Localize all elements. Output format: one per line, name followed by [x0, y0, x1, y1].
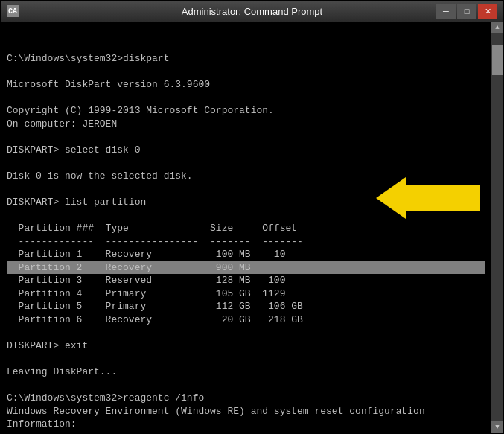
maximize-button[interactable]: □ [457, 4, 476, 19]
terminal-line: Partition 6 Recovery 20 GB 218 GB [7, 313, 485, 327]
titlebar-left: CA [7, 5, 19, 17]
terminal-line: Leaving DiskPart... [7, 366, 485, 379]
terminal-line [7, 183, 485, 197]
terminal-content[interactable]: C:\Windows\system32>diskpart Microsoft D… [1, 22, 491, 433]
terminal-line [7, 209, 485, 223]
terminal-line [7, 353, 485, 366]
terminal-line [7, 431, 485, 433]
scrollbar[interactable]: ▲ ▼ [491, 22, 503, 433]
terminal-line [7, 327, 485, 340]
terminal-line [7, 156, 485, 170]
terminal-line: Partition 2 Recovery 900 MB [7, 261, 485, 275]
titlebar: CA Administrator: Command Prompt ─ □ ✕ [1, 1, 503, 22]
terminal-wrapper: C:\Windows\system32>diskpart Microsoft D… [1, 22, 503, 433]
terminal-line: Partition 4 Primary 105 GB 1129 [7, 287, 485, 301]
terminal-line [7, 379, 485, 392]
terminal-line: Partition 1 Recovery 100 MB 10 [7, 248, 485, 261]
terminal-line [7, 92, 485, 105]
command-prompt-window: CA Administrator: Command Prompt ─ □ ✕ C… [0, 0, 504, 434]
scroll-up-arrow[interactable]: ▲ [491, 22, 503, 33]
terminal-line: DISKPART> exit [7, 339, 485, 353]
terminal-line: ------------- ---------------- ------- -… [7, 235, 485, 249]
terminal-line: Disk 0 is now the selected disk. [7, 170, 485, 183]
terminal-line: DISKPART> list partition [7, 196, 485, 209]
scrollbar-thumb[interactable] [492, 45, 503, 75]
terminal-line: Copyright (C) 1999-2013 Microsoft Corpor… [7, 104, 485, 118]
window-title: Administrator: Command Prompt [182, 6, 322, 17]
close-button[interactable]: ✕ [478, 4, 497, 19]
window-controls: ─ □ ✕ [436, 4, 497, 19]
terminal-line: Windows Recovery Environment (Windows RE… [7, 405, 485, 418]
scroll-down-arrow[interactable]: ▼ [491, 421, 503, 433]
terminal-line: C:\Windows\system32>reagentc /info [7, 392, 485, 405]
terminal-line: On computer: JEROEN [7, 118, 485, 131]
app-icon: CA [7, 5, 19, 17]
minimize-button[interactable]: ─ [436, 4, 456, 19]
terminal-line: Partition ### Type Size Offset [7, 222, 485, 235]
terminal-line: Information: [7, 418, 485, 431]
terminal-line: Partition 3 Reserved 128 MB 100 [7, 274, 485, 287]
terminal-line: Partition 5 Primary 112 GB 106 GB [7, 300, 485, 313]
terminal-line: Microsoft DiskPart version 6.3.9600 [7, 78, 485, 92]
terminal-line: DISKPART> select disk 0 [7, 144, 485, 157]
terminal-line [7, 66, 485, 79]
terminal-line: C:\Windows\system32>diskpart [7, 52, 485, 66]
terminal-line [7, 130, 485, 144]
